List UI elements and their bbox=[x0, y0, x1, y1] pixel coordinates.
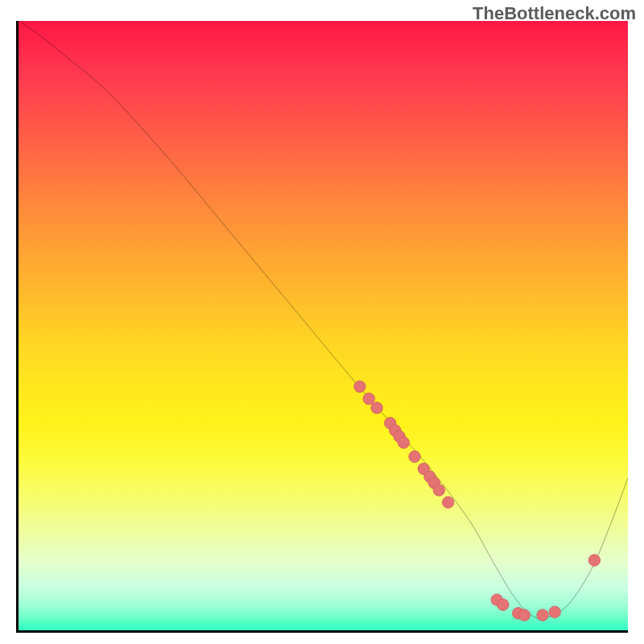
data-marker bbox=[537, 609, 548, 621]
bottleneck-curve bbox=[19, 21, 628, 618]
data-marker bbox=[518, 609, 530, 621]
chart-container: TheBottleneck.com bbox=[0, 0, 644, 644]
data-marker bbox=[549, 606, 560, 617]
data-marker bbox=[409, 451, 420, 462]
chart-svg bbox=[19, 21, 628, 630]
data-marker bbox=[398, 437, 409, 448]
watermark-text: TheBottleneck.com bbox=[473, 3, 636, 24]
data-marker bbox=[588, 555, 600, 566]
data-marker bbox=[371, 402, 382, 414]
data-marker bbox=[363, 393, 374, 404]
data-marker bbox=[433, 485, 444, 496]
plot-area bbox=[16, 21, 628, 633]
data-marker bbox=[442, 497, 453, 508]
data-markers bbox=[354, 381, 601, 621]
data-marker bbox=[497, 599, 509, 610]
data-marker bbox=[354, 381, 365, 392]
